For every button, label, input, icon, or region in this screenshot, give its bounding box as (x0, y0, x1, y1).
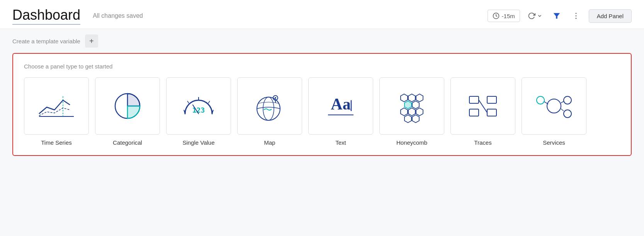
svg-line-44 (561, 109, 564, 111)
svg-rect-36 (487, 109, 496, 116)
refresh-icon (528, 12, 535, 20)
single-value-icon: 123 (177, 89, 220, 123)
panel-chooser-wrapper: Choose a panel type to get started (0, 53, 644, 168)
add-panel-button[interactable]: Add Panel (589, 9, 632, 23)
svg-marker-29 (408, 108, 415, 116)
svg-marker-30 (416, 108, 423, 116)
svg-line-43 (561, 101, 564, 103)
panel-icon-box-text[interactable]: Aa (308, 77, 373, 135)
panel-grid: Time Series C (24, 77, 620, 146)
page-title: Dashboard (12, 7, 80, 25)
svg-line-11 (187, 101, 189, 103)
header-controls: -15m Add Panel (488, 9, 632, 23)
panel-icon-box-traces[interactable] (450, 77, 515, 135)
svg-point-16 (263, 97, 274, 120)
svg-rect-33 (469, 96, 479, 103)
panel-icon-box-time-series[interactable] (24, 77, 89, 135)
filter-button[interactable] (550, 9, 563, 22)
svg-marker-31 (404, 115, 411, 123)
saved-status: All changes saved (93, 12, 143, 19)
svg-line-12 (208, 101, 210, 103)
filter-icon (552, 12, 561, 20)
panel-chooser: Choose a panel type to get started (12, 53, 632, 156)
panel-item-categorical[interactable]: Categorical (95, 77, 160, 146)
time-series-icon (35, 89, 78, 123)
panel-item-single-value[interactable]: 123 Single Value (166, 77, 231, 146)
more-options-button[interactable] (569, 9, 583, 22)
svg-rect-35 (469, 109, 479, 116)
panel-label-time-series: Time Series (41, 139, 71, 146)
clock-icon (493, 12, 500, 19)
svg-point-3 (575, 15, 576, 17)
svg-marker-27 (412, 101, 419, 109)
svg-marker-25 (416, 94, 423, 102)
panel-item-services[interactable]: Services (522, 77, 586, 146)
svg-point-38 (547, 99, 561, 113)
text-icon: Aa (319, 89, 362, 123)
map-icon (248, 89, 291, 123)
svg-point-15 (257, 97, 280, 120)
panel-label-honeycomb: Honeycomb (396, 139, 427, 146)
add-template-variable-button[interactable]: + (85, 34, 98, 48)
refresh-control[interactable] (526, 10, 544, 22)
panel-label-text: Text (335, 139, 346, 146)
svg-point-40 (564, 96, 571, 104)
svg-point-18 (275, 97, 276, 99)
svg-marker-32 (412, 115, 419, 123)
chevron-down-icon (537, 13, 542, 19)
honeycomb-icon (391, 89, 433, 123)
template-variable-row: Create a template variable + (0, 29, 644, 53)
panel-icon-box-categorical[interactable] (95, 77, 160, 135)
services-icon (533, 89, 575, 123)
svg-point-41 (564, 110, 571, 118)
panel-icon-box-honeycomb[interactable] (379, 77, 444, 135)
panel-icon-box-map[interactable] (237, 77, 302, 135)
svg-rect-34 (487, 96, 496, 103)
svg-marker-23 (401, 94, 408, 102)
panel-item-time-series[interactable]: Time Series (24, 77, 89, 146)
panel-item-traces[interactable]: Traces (450, 77, 515, 146)
panel-icon-box-single-value[interactable]: 123 (166, 77, 231, 135)
header: Dashboard All changes saved -15m (0, 0, 644, 29)
svg-marker-24 (408, 94, 415, 102)
panel-icon-box-services[interactable] (522, 77, 586, 135)
more-dots-icon (572, 12, 580, 20)
svg-marker-26 (404, 101, 411, 109)
panel-label-services: Services (543, 139, 565, 146)
svg-marker-1 (554, 13, 560, 19)
panel-label-traces: Traces (474, 139, 491, 146)
svg-line-37 (479, 100, 487, 113)
panel-item-map[interactable]: Map (237, 77, 302, 146)
categorical-icon (106, 89, 149, 123)
panel-item-honeycomb[interactable]: Honeycomb (379, 77, 444, 146)
chooser-title: Choose a panel type to get started (24, 63, 620, 70)
panel-label-categorical: Categorical (113, 139, 142, 146)
traces-icon (462, 89, 504, 123)
svg-point-39 (537, 96, 544, 104)
svg-point-2 (575, 13, 576, 14)
time-range-label: -15m (502, 13, 515, 19)
svg-text:Aa: Aa (331, 95, 350, 113)
panel-label-single-value: Single Value (182, 139, 214, 146)
svg-point-4 (575, 18, 576, 19)
svg-marker-28 (401, 108, 408, 116)
panel-item-text[interactable]: Aa Text (308, 77, 373, 146)
panel-label-map: Map (264, 139, 275, 146)
time-range-control[interactable]: -15m (488, 10, 520, 22)
template-variable-label: Create a template variable (12, 38, 80, 44)
